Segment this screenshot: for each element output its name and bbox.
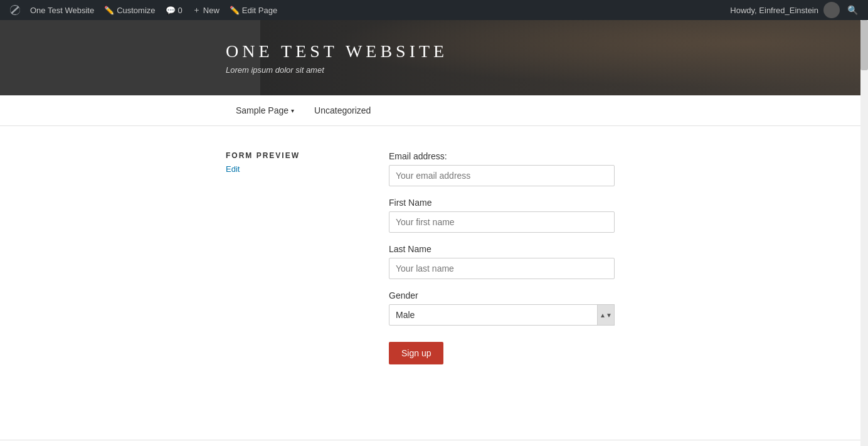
howdy-text: Howdy, Einfred_Einstein xyxy=(730,6,818,15)
nav-link-sample-page[interactable]: Sample Page ▾ xyxy=(226,95,304,125)
form-area: Email address: First Name Last Name Gend… xyxy=(389,151,615,415)
comments-button[interactable]: 💬 0 xyxy=(161,0,188,20)
email-label: Email address: xyxy=(389,151,615,161)
avatar-placeholder xyxy=(823,2,840,18)
signup-button[interactable]: Sign up xyxy=(389,342,443,364)
search-icon[interactable]: 🔍 xyxy=(847,5,858,15)
customize-label: Customize xyxy=(117,6,155,15)
signup-form: Email address: First Name Last Name Gend… xyxy=(389,151,615,364)
wp-logo-button[interactable] xyxy=(5,0,25,20)
scrollbar-thumb[interactable] xyxy=(860,20,868,70)
comments-count: 0 xyxy=(178,6,183,15)
nav-link-uncategorized[interactable]: Uncategorized xyxy=(304,95,381,125)
first-name-label: First Name xyxy=(389,198,615,208)
customize-icon: ✏️ xyxy=(104,6,114,15)
new-icon: ＋ xyxy=(193,4,201,16)
edit-page-label: Edit Page xyxy=(242,6,277,15)
last-name-input[interactable] xyxy=(389,258,615,279)
site-subtitle: Lorem ipsum dolor sit amet xyxy=(226,65,868,75)
site-content: FORM PREVIEW Edit Email address: First N… xyxy=(0,126,868,440)
site-name-label: One Test Website xyxy=(30,6,94,15)
nav-label-sample-page: Sample Page xyxy=(236,105,288,115)
nav-label-uncategorized: Uncategorized xyxy=(314,105,371,115)
comments-icon: 💬 xyxy=(166,6,176,15)
customize-button[interactable]: ✏️ Customize xyxy=(99,0,160,20)
gender-group: Gender Male Female Other ▲▼ xyxy=(389,290,615,326)
email-group: Email address: xyxy=(389,151,615,186)
site-nav: Sample Page ▾ Uncategorized xyxy=(0,95,868,126)
site-title: ONE TEST WEBSITE xyxy=(226,41,868,61)
last-name-group: Last Name xyxy=(389,244,615,279)
edit-page-icon: ✏️ xyxy=(230,6,240,15)
form-sidebar: FORM PREVIEW Edit xyxy=(226,151,351,415)
form-preview-title: FORM PREVIEW xyxy=(226,151,351,160)
site-footer: Proudly powered by WordPress xyxy=(0,440,868,446)
wp-icon xyxy=(10,5,20,15)
hero: ONE TEST WEBSITE Lorem ipsum dolor sit a… xyxy=(0,20,868,95)
admin-bar: One Test Website ✏️ Customize 💬 0 ＋ New … xyxy=(0,0,868,20)
site-name-button[interactable]: One Test Website xyxy=(25,0,99,20)
first-name-group: First Name xyxy=(389,198,615,233)
new-button[interactable]: ＋ New xyxy=(188,0,225,20)
new-label: New xyxy=(203,6,220,15)
nav-item-sample-page: Sample Page ▾ xyxy=(226,95,304,125)
email-input[interactable] xyxy=(389,165,615,186)
gender-select-wrapper: Male Female Other ▲▼ xyxy=(389,304,615,326)
chevron-down-icon: ▾ xyxy=(291,107,294,114)
nav-item-uncategorized: Uncategorized xyxy=(304,95,381,125)
gender-select[interactable]: Male Female Other xyxy=(389,304,615,326)
first-name-input[interactable] xyxy=(389,211,615,233)
admin-bar-right: Howdy, Einfred_Einstein 🔍 xyxy=(725,2,863,18)
edit-page-button[interactable]: ✏️ Edit Page xyxy=(225,0,282,20)
gender-label: Gender xyxy=(389,290,615,300)
last-name-label: Last Name xyxy=(389,244,615,254)
scrollbar-track xyxy=(860,20,868,446)
form-edit-link[interactable]: Edit xyxy=(226,164,240,174)
